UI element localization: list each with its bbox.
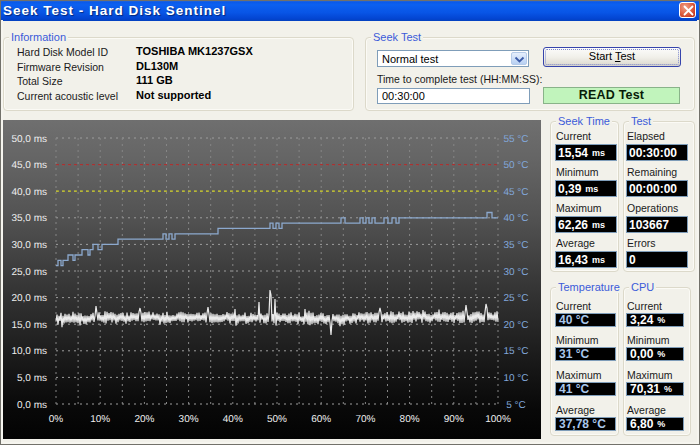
svg-text:90%: 90% <box>444 414 464 425</box>
svg-text:15,0 ms: 15,0 ms <box>11 320 47 331</box>
svg-text:30 °C: 30 °C <box>503 267 528 278</box>
svg-text:10%: 10% <box>90 414 110 425</box>
svg-text:70%: 70% <box>355 414 375 425</box>
svg-text:20 °C: 20 °C <box>503 320 528 331</box>
svg-text:40 °C: 40 °C <box>503 213 528 224</box>
svg-text:10 °C: 10 °C <box>503 373 528 384</box>
svg-text:5 °C: 5 °C <box>506 400 526 411</box>
svg-text:30%: 30% <box>179 414 199 425</box>
svg-text:100%: 100% <box>485 414 511 425</box>
svg-text:60%: 60% <box>311 414 331 425</box>
svg-text:0%: 0% <box>49 414 64 425</box>
svg-text:35,0 ms: 35,0 ms <box>11 213 47 224</box>
svg-text:10,0 ms: 10,0 ms <box>11 346 47 357</box>
svg-text:40,0 ms: 40,0 ms <box>11 187 47 198</box>
svg-text:5,0 ms: 5,0 ms <box>17 373 47 384</box>
svg-text:45 °C: 45 °C <box>503 187 528 198</box>
svg-text:30,0 ms: 30,0 ms <box>11 240 47 251</box>
svg-text:20%: 20% <box>134 414 154 425</box>
svg-text:0,0 ms: 0,0 ms <box>17 400 47 411</box>
svg-text:20,0 ms: 20,0 ms <box>11 293 47 304</box>
svg-text:50,0 ms: 50,0 ms <box>11 134 47 145</box>
svg-text:50%: 50% <box>267 414 287 425</box>
svg-text:25,0 ms: 25,0 ms <box>11 267 47 278</box>
svg-text:80%: 80% <box>400 414 420 425</box>
svg-text:50 °C: 50 °C <box>503 160 528 171</box>
svg-text:35 °C: 35 °C <box>503 240 528 251</box>
svg-text:45,0 ms: 45,0 ms <box>11 160 47 171</box>
svg-text:25 °C: 25 °C <box>503 293 528 304</box>
svg-text:55 °C: 55 °C <box>503 134 528 145</box>
svg-text:15 °C: 15 °C <box>503 346 528 357</box>
svg-text:40%: 40% <box>223 414 243 425</box>
